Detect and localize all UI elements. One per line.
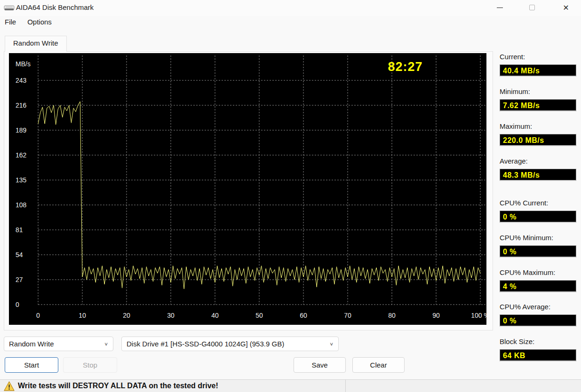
- minimize-button[interactable]: [489, 0, 510, 15]
- svg-text:100 %: 100 %: [471, 312, 486, 319]
- menu-file[interactable]: File: [0, 17, 22, 30]
- save-button[interactable]: Save: [294, 357, 346, 373]
- svg-text:30: 30: [167, 312, 175, 319]
- warning-text: Write tests will DESTROY ALL DATA on the…: [18, 382, 218, 390]
- disk-drive-icon: [4, 4, 15, 12]
- stat-current: Current: 40.4 MB/s: [500, 53, 576, 77]
- menu-bar: File Options: [0, 17, 581, 30]
- minimize-icon: [497, 8, 503, 8]
- svg-text:70: 70: [344, 312, 351, 319]
- benchmark-chart: MB/s027548110813516218921624301020304050…: [9, 53, 486, 325]
- stat-cpu-minimum: CPU% Minimum: 0 %: [500, 234, 576, 258]
- stat-label: CPU% Maximum:: [500, 268, 576, 278]
- test-type-value: Random Write: [9, 340, 101, 348]
- stat-value: 0 %: [500, 314, 576, 327]
- stat-value: 220.0 MB/s: [500, 134, 576, 146]
- svg-text:27: 27: [16, 276, 23, 283]
- chevron-down-icon: ∨: [329, 341, 334, 346]
- status-bar: Write tests will DESTROY ALL DATA on the…: [0, 379, 581, 392]
- stat-average: Average: 48.3 MB/s: [500, 157, 576, 181]
- status-warning-pane: Write tests will DESTROY ALL DATA on the…: [0, 380, 346, 392]
- stat-minimum: Minimum: 7.62 MB/s: [500, 87, 576, 111]
- svg-text:10: 10: [79, 312, 86, 319]
- warning-icon: [4, 381, 15, 391]
- menu-options[interactable]: Options: [22, 17, 57, 30]
- stat-label: Current:: [500, 53, 576, 62]
- stat-block-size: Block Size: 64 KB: [500, 337, 576, 361]
- stat-label: Block Size:: [500, 337, 576, 347]
- svg-text:108: 108: [16, 201, 27, 209]
- stat-label: CPU% Minimum:: [500, 234, 576, 243]
- stat-label: CPU% Average:: [500, 303, 576, 312]
- stat-label: Maximum:: [500, 122, 576, 132]
- stat-label: CPU% Current:: [500, 199, 576, 208]
- svg-text:MB/s: MB/s: [16, 60, 31, 68]
- chevron-down-icon: ∨: [104, 341, 108, 346]
- test-type-select[interactable]: Random Write ∨: [4, 337, 113, 351]
- stat-cpu-maximum: CPU% Maximum: 4 %: [500, 268, 576, 292]
- svg-text:81: 81: [16, 226, 23, 234]
- stat-value: 48.3 MB/s: [500, 169, 576, 181]
- stat-value: 7.62 MB/s: [500, 99, 576, 111]
- stat-cpu-average: CPU% Average: 0 %: [500, 303, 576, 327]
- close-icon: ✕: [563, 3, 569, 12]
- elapsed-timer: 82:27: [355, 60, 456, 74]
- close-button[interactable]: ✕: [555, 0, 577, 15]
- svg-text:40: 40: [211, 312, 219, 319]
- svg-text:60: 60: [300, 312, 307, 319]
- tab-page: MB/s027548110813516218921624301020304050…: [4, 51, 493, 330]
- svg-text:0: 0: [16, 301, 19, 308]
- svg-text:189: 189: [16, 126, 27, 134]
- stat-label: Minimum:: [500, 87, 576, 97]
- window-title: AIDA64 Disk Benchmark: [16, 3, 94, 11]
- svg-text:162: 162: [16, 151, 27, 159]
- svg-text:20: 20: [123, 312, 130, 319]
- maximize-icon: [529, 5, 535, 10]
- title-bar: AIDA64 Disk Benchmark ✕: [0, 0, 581, 16]
- clear-button[interactable]: Clear: [352, 357, 405, 373]
- tab-random-write[interactable]: Random Write: [5, 36, 67, 52]
- stat-value: 0 %: [500, 245, 576, 258]
- stat-value: 0 %: [500, 211, 576, 223]
- stat-label: Average:: [500, 157, 576, 166]
- svg-text:216: 216: [16, 102, 27, 109]
- svg-text:135: 135: [16, 176, 27, 184]
- svg-text:90: 90: [432, 312, 440, 319]
- stat-maximum: Maximum: 220.0 MB/s: [500, 122, 576, 146]
- stat-cpu-current: CPU% Current: 0 %: [500, 199, 576, 223]
- stat-value: 40.4 MB/s: [500, 64, 576, 77]
- svg-text:243: 243: [16, 77, 27, 84]
- stat-value: 4 %: [500, 280, 576, 292]
- drive-select[interactable]: Disk Drive #1 [HS-SSD-G4000 1024G] (953.…: [121, 337, 339, 351]
- svg-text:80: 80: [388, 312, 396, 319]
- app-window: AIDA64 Disk Benchmark ✕ File Options Ran…: [0, 0, 581, 392]
- svg-text:50: 50: [255, 312, 263, 319]
- chart-canvas: MB/s027548110813516218921624301020304050…: [9, 53, 486, 325]
- start-button[interactable]: Start: [5, 357, 58, 373]
- maximize-button[interactable]: [521, 0, 543, 15]
- drive-select-value: Disk Drive #1 [HS-SSD-G4000 1024G] (953.…: [127, 340, 326, 348]
- stat-value: 64 KB: [500, 349, 576, 361]
- svg-text:54: 54: [16, 251, 23, 259]
- stop-button: Stop: [63, 357, 117, 373]
- svg-text:0: 0: [36, 312, 40, 319]
